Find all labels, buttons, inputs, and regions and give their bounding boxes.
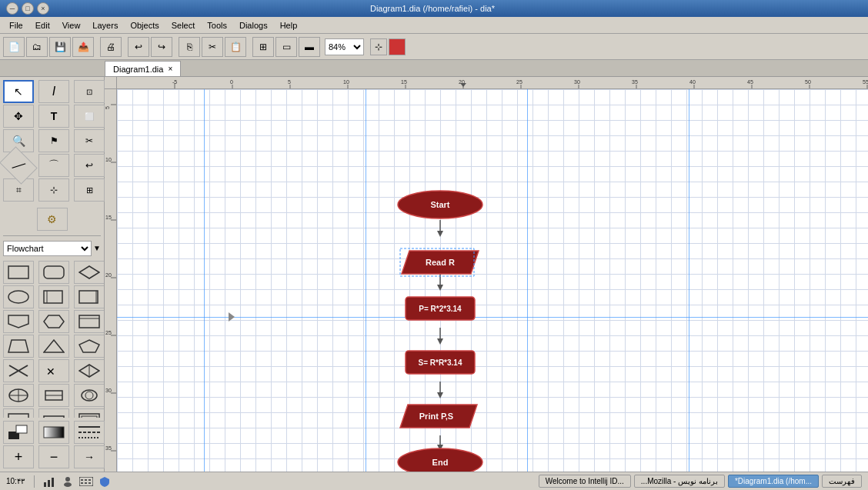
shape-x[interactable]: [3, 359, 34, 382]
shape-rectangle[interactable]: [3, 261, 34, 284]
close-button[interactable]: ×: [37, 2, 49, 15]
shape-pentagon[interactable]: [74, 335, 104, 358]
svg-text:25: 25: [105, 330, 112, 335]
shape-rounded-rect[interactable]: [38, 261, 69, 284]
cut-button[interactable]: ✂: [202, 37, 223, 57]
svg-marker-90: [437, 392, 443, 398]
svg-text:15: 15: [105, 215, 112, 220]
start-label: Start: [430, 200, 449, 209]
zigzag-tool[interactable]: ⊹: [38, 178, 69, 202]
menu-select[interactable]: Select: [165, 19, 202, 32]
copy-button[interactable]: ⎘: [179, 37, 200, 57]
tab-close-button[interactable]: ×: [168, 65, 172, 73]
shape-chevron-down[interactable]: [3, 310, 34, 333]
svg-marker-100: [229, 312, 235, 322]
menu-dialogs[interactable]: Dialogs: [233, 19, 274, 32]
svg-text:5: 5: [105, 106, 110, 109]
window-controls[interactable]: ─ □ ×: [6, 2, 49, 15]
menu-help[interactable]: Help: [274, 19, 304, 32]
paste-button[interactable]: 📋: [225, 37, 246, 57]
menu-file[interactable]: File: [3, 19, 29, 32]
menu-tools[interactable]: Tools: [201, 19, 233, 32]
shape-box8[interactable]: [74, 408, 104, 418]
taskbar-mozilla[interactable]: ...Mozilla - برنامه نویس: [634, 475, 725, 488]
ruler-left: 5 10 15 20 25 30 35: [105, 89, 117, 472]
taskbar-fihrist[interactable]: فهرست: [822, 475, 862, 488]
menu-objects[interactable]: Objects: [124, 19, 165, 32]
title-bar: ─ □ × Diagram1.dia (/home/rafiei) - dia*: [0, 0, 868, 17]
maximize-button[interactable]: □: [22, 2, 34, 15]
shape-cloud[interactable]: [74, 384, 104, 407]
menu-view[interactable]: View: [56, 19, 87, 32]
new-button[interactable]: 📄: [3, 37, 25, 57]
svg-rect-102: [48, 480, 50, 487]
svg-rect-0: [8, 266, 28, 278]
tab-diagram1[interactable]: Diagram1.dia ×: [105, 61, 181, 76]
undo-button[interactable]: ↩: [128, 37, 149, 57]
taskbar-dia[interactable]: *Diagram1.dia (/hom...: [728, 475, 819, 488]
svg-point-26: [85, 392, 93, 399]
export-button[interactable]: 📤: [72, 37, 94, 57]
keyboard-icon: [79, 477, 93, 486]
text-tool[interactable]: T: [38, 105, 69, 128]
crop-tool[interactable]: ✂: [74, 129, 105, 152]
box-tool[interactable]: ⬜: [74, 105, 105, 128]
shape-category-select[interactable]: Flowchart UML Network: [3, 241, 92, 256]
arrow-tool[interactable]: →: [74, 445, 105, 468]
rubber-band-tool[interactable]: ⊡: [74, 80, 105, 103]
shape-hexagon[interactable]: [38, 310, 69, 333]
move-tool[interactable]: ✥: [3, 105, 34, 128]
fit-page-button[interactable]: ⊞: [252, 37, 274, 57]
shape-diamond2[interactable]: [74, 359, 104, 382]
redo-button[interactable]: ↪: [151, 37, 172, 57]
shape-ellipse[interactable]: [3, 285, 34, 308]
shapes-grid: ✕: [0, 258, 104, 418]
svg-text:55: 55: [863, 79, 868, 85]
svg-text:50: 50: [805, 79, 811, 85]
canvas-area[interactable]: -5 0 5 10 15 20 25 30 35 40 45: [105, 77, 868, 472]
drawing-canvas[interactable]: Start Read R P= R*2*3.14 S= R*R*3.14 Pri…: [117, 89, 868, 472]
menu-layers[interactable]: Layers: [86, 19, 124, 32]
shape-box4[interactable]: [74, 310, 104, 333]
zoom-fit-button[interactable]: ▭: [275, 37, 297, 57]
minimize-button[interactable]: ─: [6, 2, 18, 15]
print-button[interactable]: 🖨: [100, 37, 122, 57]
text-cursor-tool[interactable]: I: [38, 80, 69, 103]
svg-marker-12: [8, 340, 28, 352]
page-view-button[interactable]: ▬: [299, 37, 320, 57]
snap-button[interactable]: [389, 38, 406, 55]
open-recent-button[interactable]: 🗂: [26, 37, 48, 57]
shape-box6[interactable]: [3, 408, 34, 418]
line-style-tool[interactable]: [74, 421, 105, 444]
shape-circle-cross[interactable]: [3, 384, 34, 407]
shape-trapezoid[interactable]: [3, 335, 34, 358]
gradient-tool[interactable]: [38, 421, 69, 444]
ruler-top: -5 0 5 10 15 20 25 30 35 40 45: [117, 77, 868, 89]
menu-edit[interactable]: Edit: [29, 19, 56, 32]
save-button[interactable]: 💾: [49, 37, 71, 57]
minus-tool[interactable]: −: [38, 445, 69, 468]
arc-tool[interactable]: ⌒: [38, 154, 69, 177]
shape-diamond[interactable]: [74, 261, 104, 284]
flag-tool[interactable]: ⚑: [38, 129, 69, 152]
shape-box3[interactable]: [74, 285, 104, 308]
select-box-tool[interactable]: ⊞: [74, 178, 105, 202]
flowchart-svg: Start Read R P= R*2*3.14 S= R*R*3.14 Pri…: [117, 89, 868, 472]
network-icon: [44, 476, 56, 487]
status-bar: 10:۴۳ Welcome to Intellij ID... ...Mozil…: [0, 472, 868, 490]
plus-tool[interactable]: +: [3, 445, 34, 468]
extra-tool[interactable]: ⚙: [37, 208, 68, 231]
zoom-select[interactable]: 50% 75% 84% 100% 125% 150% 200%: [325, 38, 364, 55]
snap-grid-button[interactable]: ⊹: [370, 38, 387, 55]
end-label: End: [432, 458, 449, 467]
shape-star[interactable]: ✕: [38, 359, 69, 382]
taskbar-intellij[interactable]: Welcome to Intellij ID...: [539, 475, 631, 488]
shape-triangle[interactable]: [38, 335, 69, 358]
bezier-tool[interactable]: ↩: [74, 154, 105, 177]
shape-box2[interactable]: [38, 285, 69, 308]
svg-text:5: 5: [288, 79, 291, 85]
color-tool[interactable]: [3, 421, 34, 444]
shape-box5[interactable]: [38, 384, 69, 407]
shape-box7[interactable]: [38, 408, 69, 418]
select-tool[interactable]: ↖: [3, 80, 34, 103]
